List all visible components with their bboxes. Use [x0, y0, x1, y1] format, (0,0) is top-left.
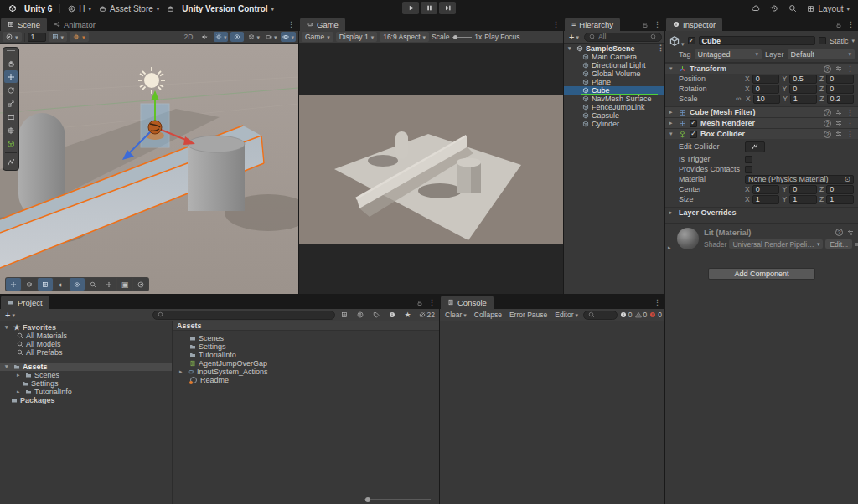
scale-x-field[interactable]: 10: [753, 95, 780, 104]
search-by-type-icon[interactable]: [338, 310, 351, 320]
pause-button[interactable]: [421, 2, 437, 14]
display-dropdown[interactable]: Display 1▾: [336, 32, 377, 42]
tab-inspector[interactable]: Inspector: [666, 18, 722, 31]
hierarchy-item-directional-light[interactable]: Directional Light: [564, 61, 664, 69]
layers-dropdown[interactable]: ▾: [246, 32, 261, 42]
overlay-visibility-button[interactable]: [70, 278, 85, 291]
file-settings[interactable]: Settings: [173, 342, 439, 351]
audio-mute-toggle[interactable]: [198, 32, 211, 42]
increment-snap-dropdown[interactable]: ▾: [70, 32, 89, 42]
assets-root-folder[interactable]: ▾ Assets: [0, 363, 172, 371]
packages-root-folder[interactable]: Packages: [0, 396, 172, 404]
transform-component-header[interactable]: ▾ Transform ? ⋮: [665, 63, 858, 74]
foldout-arrow[interactable]: ▾: [669, 65, 675, 72]
scale-slider[interactable]: Scale 1x: [432, 33, 482, 41]
rotate-tool-button[interactable]: [4, 84, 18, 96]
packages-filter-icon[interactable]: [354, 310, 367, 320]
overlay-shading-button[interactable]: ◐: [54, 278, 69, 291]
tree-folder-scenes[interactable]: ▸ Scenes: [0, 371, 172, 379]
editor-dropdown[interactable]: Editor▾: [552, 311, 581, 319]
presets-icon[interactable]: [835, 109, 842, 116]
aspect-dropdown[interactable]: 16:9 Aspect▾: [380, 32, 429, 42]
object-picker-icon[interactable]: ⊙: [844, 175, 850, 183]
component-enabled-checkbox[interactable]: ✓: [690, 131, 697, 138]
foldout-arrow[interactable]: ▾: [669, 131, 675, 137]
search-icon[interactable]: [788, 4, 797, 13]
edit-collider-tool-button[interactable]: [4, 156, 18, 168]
foldout-arrow[interactable]: ▸: [17, 372, 23, 378]
search-filter-icon[interactable]: [650, 33, 657, 40]
box-collider-component-header[interactable]: ▾ ✓ Box Collider ? ⋮: [665, 128, 858, 139]
shader-dropdown[interactable]: Universal Render Pipeline/Lit▾: [729, 239, 823, 249]
overlay-orientation-button[interactable]: [133, 278, 148, 291]
collapse-button[interactable]: Collapse: [472, 311, 504, 319]
play-button[interactable]: [402, 2, 419, 14]
package-manager-icon[interactable]: [167, 5, 174, 13]
rect-tool-button[interactable]: [4, 111, 18, 123]
foldout-arrow[interactable]: ▸: [179, 368, 185, 375]
scene-visibility-toggle[interactable]: [230, 32, 244, 42]
camera-dropdown[interactable]: ▾: [264, 32, 279, 42]
play-focus-dropdown[interactable]: Play Focus: [484, 33, 519, 41]
object-name-field[interactable]: Cube: [699, 36, 815, 45]
file-tutorialinfo[interactable]: TutorialInfo: [173, 351, 439, 359]
help-icon[interactable]: ?: [835, 229, 843, 236]
tab-game[interactable]: Game: [300, 18, 345, 31]
layout-menu[interactable]: Layout▾: [807, 4, 850, 13]
label-filter-icon[interactable]: [370, 310, 383, 320]
slider-knob[interactable]: [365, 497, 370, 502]
tab-project[interactable]: Project: [1, 296, 49, 309]
hierarchy-scene-row[interactable]: ▾ SampleScene ⋮: [564, 44, 664, 53]
file-agentjumpovergap[interactable]: AgentJumpOverGap: [173, 359, 439, 368]
provides-contacts-checkbox[interactable]: [745, 166, 752, 173]
overlay-layers-button[interactable]: [22, 278, 37, 291]
version-control-menu[interactable]: Unity Version Control▾: [182, 4, 274, 13]
overlay-grid-button[interactable]: [38, 278, 53, 291]
scale-tool-button[interactable]: [4, 97, 18, 110]
rotation-z-field[interactable]: 0: [826, 85, 854, 94]
size-x-field[interactable]: 1: [752, 195, 780, 204]
game-viewport[interactable]: [299, 44, 563, 294]
grid-size-field[interactable]: 1: [28, 33, 46, 42]
log-filter-icon[interactable]: [385, 310, 399, 320]
tab-scene[interactable]: Scene: [1, 18, 47, 31]
kebab-icon[interactable]: ⋮: [657, 44, 664, 52]
layer-overrides-foldout[interactable]: ▸ Layer Overrides: [665, 207, 858, 218]
active-checkbox[interactable]: ✓: [688, 37, 695, 44]
rotation-x-field[interactable]: 0: [752, 85, 780, 94]
foldout-arrow[interactable]: ▸: [669, 120, 675, 126]
cloud-icon[interactable]: [752, 4, 760, 13]
hierarchy-item-cylinder[interactable]: Cylinder: [564, 120, 664, 128]
position-z-field[interactable]: 0: [826, 75, 854, 84]
kebab-icon[interactable]: ⋮: [846, 109, 854, 116]
presets-icon[interactable]: [835, 65, 842, 72]
scale-z-field[interactable]: 0.2: [827, 95, 854, 104]
center-z-field[interactable]: 0: [826, 185, 854, 194]
shader-edit-button[interactable]: Edit...: [825, 239, 852, 249]
undo-history-icon[interactable]: [770, 4, 778, 13]
hierarchy-item-fencejumplink[interactable]: FenceJumpLink: [564, 103, 664, 111]
foldout-arrow[interactable]: ▾: [568, 45, 574, 52]
lock-icon[interactable]: [642, 22, 649, 28]
foldout-arrow[interactable]: ▸: [669, 209, 675, 216]
overlay-drag-handle[interactable]: [7, 50, 15, 54]
lock-icon[interactable]: [835, 22, 842, 28]
kebab-icon[interactable]: ⋮: [846, 131, 854, 138]
mesh-filter-component-header[interactable]: ▸ Cube (Mesh Filter) ? ⋮: [665, 106, 858, 117]
kebab-icon[interactable]: ⋮: [847, 21, 855, 28]
foldout-arrow[interactable]: ▾: [5, 324, 11, 331]
favorites-root[interactable]: ▾ ★ Favorites: [0, 323, 172, 332]
hidden-count-badge[interactable]: 22: [417, 310, 437, 320]
scale-knob[interactable]: [453, 35, 457, 39]
2d-mode-toggle[interactable]: 2D: [182, 32, 195, 42]
material-foldout-arrow[interactable]: ▸: [668, 244, 674, 251]
kebab-icon[interactable]: ⋮: [287, 21, 295, 28]
file-scenes[interactable]: Scenes: [173, 334, 439, 342]
foldout-arrow[interactable]: ▸: [17, 388, 23, 395]
tag-dropdown[interactable]: Untagged▾: [695, 49, 762, 59]
center-x-field[interactable]: 0: [752, 185, 780, 194]
is-trigger-checkbox[interactable]: [745, 156, 752, 163]
favorite-all-prefabs[interactable]: All Prefabs: [0, 348, 172, 357]
kebab-icon[interactable]: ⋮: [846, 120, 854, 127]
position-y-field[interactable]: 0.5: [789, 75, 817, 84]
